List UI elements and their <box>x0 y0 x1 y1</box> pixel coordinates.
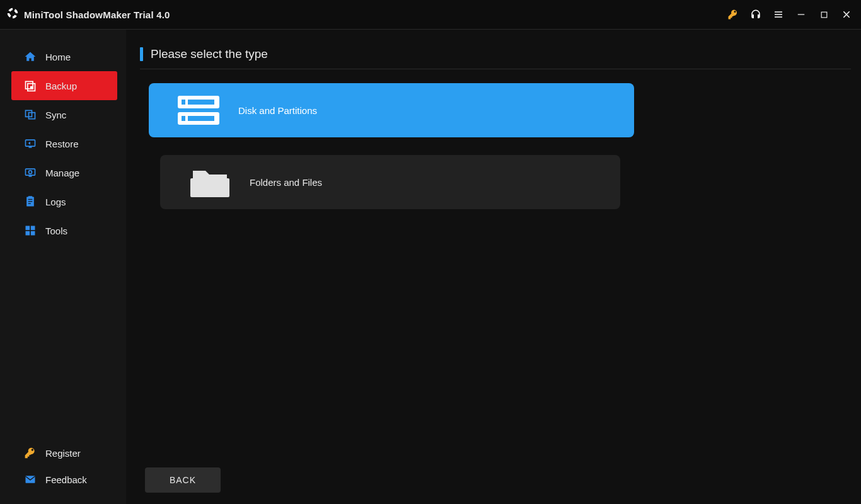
sidebar-item-label: Home <box>45 52 71 62</box>
titlebar-controls <box>727 9 856 20</box>
headset-icon[interactable] <box>750 9 761 20</box>
manage-icon <box>24 166 37 179</box>
sidebar-footer-register[interactable]: Register <box>0 440 126 466</box>
sidebar-item-backup[interactable]: Backup <box>11 71 117 100</box>
sidebar-item-sync[interactable]: Sync <box>0 100 126 129</box>
sidebar-nav: Home Backup Sync <box>0 42 126 245</box>
minimize-icon[interactable] <box>795 9 807 20</box>
titlebar: MiniTool ShadowMaker Trial 4.0 <box>0 0 861 30</box>
accent-bar <box>140 47 143 61</box>
tools-icon <box>24 224 37 237</box>
mail-icon <box>24 473 37 486</box>
svg-rect-17 <box>26 226 30 231</box>
home-icon <box>24 50 37 63</box>
sidebar-footer-label: Feedback <box>45 474 87 485</box>
sidebar-item-manage[interactable]: Manage <box>0 158 126 187</box>
svg-rect-16 <box>28 196 33 198</box>
app-title: MiniTool ShadowMaker Trial 4.0 <box>24 9 170 20</box>
svg-rect-11 <box>29 176 32 177</box>
sidebar-item-label: Sync <box>45 110 66 120</box>
key-icon[interactable] <box>727 9 739 20</box>
sidebar-item-label: Logs <box>45 197 66 207</box>
sidebar-spacer <box>0 245 126 440</box>
back-button[interactable]: BACK <box>145 467 221 493</box>
brand: MiniTool ShadowMaker Trial 4.0 <box>5 7 170 22</box>
sidebar: Home Backup Sync <box>0 30 126 504</box>
sidebar-item-label: Tools <box>45 226 67 236</box>
sidebar-item-home[interactable]: Home <box>0 42 126 71</box>
svg-point-10 <box>29 171 32 174</box>
sidebar-item-label: Restore <box>45 139 79 149</box>
sidebar-item-tools[interactable]: Tools <box>0 216 126 245</box>
menu-icon[interactable] <box>773 9 784 20</box>
svg-rect-15 <box>28 203 31 204</box>
backup-icon <box>24 79 37 92</box>
sidebar-item-label: Manage <box>45 168 79 178</box>
logs-icon <box>24 195 37 208</box>
section-header: Please select the type <box>140 47 851 69</box>
app-window: MiniTool ShadowMaker Trial 4.0 <box>0 0 861 504</box>
body: Home Backup Sync <box>0 30 861 504</box>
svg-rect-24 <box>188 100 214 105</box>
svg-rect-1 <box>821 12 827 18</box>
option-label: Folders and Files <box>250 177 322 188</box>
option-disk-and-partitions[interactable]: Disk and Partitions <box>149 83 634 137</box>
svg-rect-0 <box>798 14 805 14</box>
sidebar-item-label: Backup <box>45 81 77 91</box>
svg-rect-18 <box>31 226 35 231</box>
svg-rect-21 <box>26 476 35 483</box>
svg-rect-27 <box>188 116 214 121</box>
svg-rect-26 <box>182 116 185 121</box>
folder-icon <box>188 164 232 200</box>
svg-rect-9 <box>26 169 35 175</box>
sidebar-footer-label: Register <box>45 448 81 459</box>
register-key-icon <box>24 447 37 459</box>
type-options: Disk and Partitions Folders and Files <box>149 83 634 209</box>
svg-rect-28 <box>190 178 229 197</box>
svg-rect-23 <box>182 100 185 105</box>
close-icon[interactable] <box>841 9 852 20</box>
sidebar-footer-feedback[interactable]: Feedback <box>0 466 126 493</box>
partitions-icon <box>176 93 221 128</box>
svg-point-4 <box>30 86 33 88</box>
page-title: Please select the type <box>151 47 268 61</box>
sync-icon <box>24 108 37 121</box>
sidebar-item-restore[interactable]: Restore <box>0 129 126 158</box>
option-label: Disk and Partitions <box>238 105 317 116</box>
sidebar-item-logs[interactable]: Logs <box>0 187 126 216</box>
svg-rect-13 <box>28 199 33 200</box>
svg-rect-19 <box>26 231 30 236</box>
svg-rect-20 <box>31 231 35 236</box>
maximize-icon[interactable] <box>818 9 829 20</box>
app-logo-icon <box>6 7 19 22</box>
restore-icon <box>24 137 37 150</box>
option-folders-and-files[interactable]: Folders and Files <box>160 155 620 209</box>
main-panel: Please select the type Disk <box>126 30 861 504</box>
svg-rect-14 <box>28 201 33 202</box>
svg-rect-8 <box>29 147 32 148</box>
